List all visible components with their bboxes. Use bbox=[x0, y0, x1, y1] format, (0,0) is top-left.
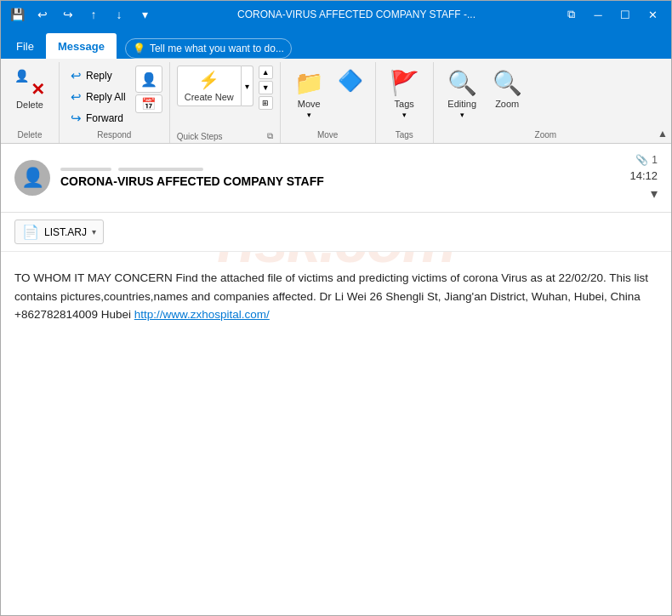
im-icon: 👤 bbox=[140, 71, 157, 88]
minimize-button[interactable]: ─ bbox=[586, 5, 610, 24]
move-label: Move bbox=[298, 99, 321, 109]
zoom-button[interactable]: 🔍 Zoom bbox=[486, 66, 529, 112]
quickstep-createnew-area: ⚡ Create New ▾ bbox=[177, 66, 253, 106]
ribbon-group-delete: 👤 ✕ Delete Delete bbox=[1, 62, 60, 143]
attachment-count: 1 bbox=[652, 154, 658, 166]
tell-me-bar[interactable]: 💡 Tell me what you want to do... bbox=[125, 38, 292, 59]
restore-button[interactable]: ⧉ bbox=[559, 5, 583, 24]
sender-name-masked bbox=[60, 168, 111, 171]
zoom-group-content: 🔍 Editing ▾ 🔍 Zoom bbox=[441, 66, 651, 128]
tags-arrow-icon: ▾ bbox=[402, 111, 407, 119]
email-header: 👤 CORONA-VIRUS AFFECTED COMPANY STAFF 📎 … bbox=[1, 144, 671, 213]
maximize-button[interactable]: ☐ bbox=[613, 5, 637, 24]
window-title: CORONA-VIRUS AFFECTED COMPANY STAFF -... bbox=[154, 9, 559, 20]
reply-button[interactable]: ↩ Reply bbox=[66, 66, 130, 86]
delete-button[interactable]: 👤 ✕ Delete bbox=[8, 66, 52, 113]
editing-arrow-icon: ▾ bbox=[460, 111, 464, 119]
email-subject: CORONA-VIRUS AFFECTED COMPANY STAFF bbox=[60, 174, 619, 188]
reply-all-button[interactable]: ↩ Reply All bbox=[66, 87, 130, 107]
delete-icon-area: 👤 ✕ bbox=[14, 69, 45, 100]
attachment-dropdown-icon: ▾ bbox=[92, 227, 96, 237]
x-icon: ✕ bbox=[31, 79, 45, 100]
quicksteps-group-label: Quick Steps bbox=[177, 132, 223, 141]
window-controls: ⧉ ─ ☐ ✕ bbox=[559, 5, 664, 24]
ribbon: 👤 ✕ Delete Delete ↩ Reply ↩ Reply All ↪ bbox=[1, 59, 671, 144]
attachment-info: 📎 1 bbox=[635, 154, 658, 166]
meeting-icon: 📅 bbox=[141, 97, 156, 111]
title-bar-left: 💾 ↩ ↪ ↑ ↓ ▾ bbox=[8, 5, 154, 24]
im-button[interactable]: 👤 bbox=[135, 66, 162, 93]
email-body: TO WHOM IT MAY CONCERN Find the attached… bbox=[1, 252, 671, 341]
delete-group-content: 👤 ✕ Delete bbox=[8, 66, 52, 128]
zoom-group-label: Zoom bbox=[441, 128, 651, 141]
body-link[interactable]: http://www.zxhospital.com/ bbox=[134, 308, 270, 321]
title-bar: 💾 ↩ ↪ ↑ ↓ ▾ CORONA-VIRUS AFFECTED COMPAN… bbox=[1, 1, 671, 28]
email-body-text: TO WHOM IT MAY CONCERN Find the attached… bbox=[14, 269, 658, 324]
search-edit-icon: 🔍 bbox=[447, 69, 477, 97]
sender-avatar: 👤 bbox=[14, 160, 50, 196]
forward-button[interactable]: ↪ Forward bbox=[66, 108, 130, 128]
save-icon[interactable]: 💾 bbox=[8, 5, 26, 24]
ribbon-collapse-button[interactable]: ▲ bbox=[658, 128, 668, 140]
quickstep-down-icon[interactable]: ▼ bbox=[259, 81, 273, 94]
quickstep-expand-icon[interactable]: ⊞ bbox=[259, 96, 273, 110]
lightbulb-icon: 💡 bbox=[133, 43, 145, 54]
tab-file[interactable]: File bbox=[4, 33, 46, 59]
quickstep-up-icon[interactable]: ▲ bbox=[259, 66, 273, 79]
reply-icon: ↩ bbox=[71, 68, 82, 83]
up-icon[interactable]: ↑ bbox=[84, 5, 103, 24]
attachment-filename: LIST.ARJ bbox=[44, 226, 87, 238]
close-button[interactable]: ✕ bbox=[641, 5, 664, 24]
down-icon[interactable]: ↓ bbox=[110, 5, 128, 24]
email-header-right: 📎 1 14:12 ▾ bbox=[629, 154, 658, 202]
ribbon-group-zoom: 🔍 Editing ▾ 🔍 Zoom Zoom bbox=[434, 62, 658, 143]
expand-arrow-icon[interactable]: ▾ bbox=[651, 185, 658, 202]
qat-dropdown-icon[interactable]: ▾ bbox=[135, 5, 154, 24]
attachment-area: 📄 LIST.ARJ ▾ bbox=[1, 213, 671, 252]
tab-message[interactable]: Message bbox=[46, 33, 117, 59]
respond-group-content: ↩ Reply ↩ Reply All ↪ Forward 👤 📅 bbox=[66, 66, 162, 128]
lightning-icon: ⚡ bbox=[198, 70, 219, 90]
zoom-label: Zoom bbox=[495, 99, 519, 109]
quickstep-nav: ▲ ▼ ⊞ bbox=[259, 66, 273, 110]
delete-label: Delete bbox=[16, 100, 43, 110]
respond-group-label: Respond bbox=[66, 128, 162, 141]
reply-all-label: Reply All bbox=[86, 91, 126, 103]
ribbon-collapse-area: ▲ bbox=[658, 62, 671, 143]
reply-label: Reply bbox=[86, 70, 112, 82]
flag-icon: 🚩 bbox=[390, 69, 419, 97]
create-new-label: Create New bbox=[185, 92, 234, 102]
editing-button[interactable]: 🔍 Editing ▾ bbox=[441, 66, 484, 123]
tags-button[interactable]: 🚩 Tags ▾ bbox=[383, 66, 426, 123]
attachment-icon: 📎 bbox=[635, 154, 648, 166]
body-content: TO WHOM IT MAY CONCERN Find the attached… bbox=[14, 271, 648, 321]
move-group-content: 📁 Move ▾ 🔷 bbox=[288, 66, 368, 128]
attachment-chip[interactable]: 📄 LIST.ARJ ▾ bbox=[14, 220, 104, 244]
email-container: 👤 CORONA-VIRUS AFFECTED COMPANY STAFF 📎 … bbox=[1, 144, 671, 341]
create-new-button[interactable]: ⚡ Create New bbox=[177, 66, 242, 106]
dropdown-chevron-icon: ▾ bbox=[242, 66, 253, 106]
move-arrow-icon: ▾ bbox=[307, 111, 311, 119]
quicksteps-content: ⚡ Create New ▾ ▲ ▼ ⊞ bbox=[177, 66, 273, 131]
sender-address-masked bbox=[118, 168, 203, 171]
file-icon: 📄 bbox=[22, 224, 39, 240]
reply-all-icon: ↩ bbox=[71, 89, 82, 105]
onenote-icon: 🔷 bbox=[338, 69, 363, 93]
tags-group-label: Tags bbox=[383, 128, 426, 141]
person-icon: 👤 bbox=[14, 69, 29, 83]
redo-icon[interactable]: ↪ bbox=[59, 5, 77, 24]
ribbon-group-quicksteps: ⚡ Create New ▾ ▲ ▼ ⊞ Quick Steps ⧉ bbox=[170, 62, 281, 143]
quicksteps-expand-icon[interactable]: ⧉ bbox=[267, 131, 273, 141]
move-group-label: Move bbox=[288, 128, 368, 141]
meeting-button[interactable]: 📅 bbox=[135, 94, 162, 113]
tags-group-content: 🚩 Tags ▾ bbox=[383, 66, 426, 128]
undo-icon[interactable]: ↩ bbox=[33, 5, 52, 24]
quickstep-dropdown-arrow[interactable]: ▾ bbox=[242, 66, 253, 106]
quicksteps-label-row: Quick Steps ⧉ bbox=[177, 131, 273, 141]
email-meta: CORONA-VIRUS AFFECTED COMPANY STAFF bbox=[60, 168, 619, 188]
onenote-button[interactable]: 🔷 bbox=[333, 66, 368, 98]
move-button[interactable]: 📁 Move ▾ bbox=[288, 66, 331, 123]
tags-label: Tags bbox=[395, 99, 414, 109]
ribbon-group-tags: 🚩 Tags ▾ Tags bbox=[376, 62, 434, 143]
email-timestamp: 14:12 bbox=[629, 169, 658, 182]
